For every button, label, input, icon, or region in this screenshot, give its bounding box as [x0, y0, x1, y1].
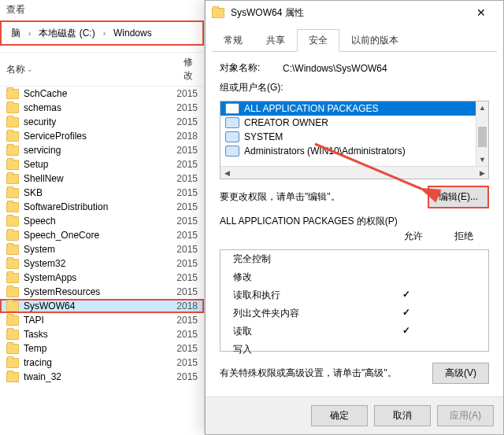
edit-button[interactable]: 编辑(E)...: [428, 186, 489, 208]
scroll-down-icon[interactable]: ▼: [476, 153, 488, 166]
folder-icon: [6, 358, 19, 368]
folder-date: 2015: [171, 173, 198, 184]
column-header-name[interactable]: 名称⌄: [0, 53, 177, 86]
folder-row[interactable]: twain_322015: [0, 370, 204, 384]
scrollbar-horizontal[interactable]: ◀ ▶: [220, 166, 488, 179]
folder-date: 2015: [171, 230, 198, 241]
folder-row[interactable]: SystemApps2015: [0, 271, 204, 285]
folder-row[interactable]: Speech_OneCore2015: [0, 228, 204, 242]
folder-row[interactable]: TAPI2015: [0, 313, 204, 327]
scrollbar-vertical[interactable]: ▲ ▼: [476, 101, 488, 166]
group-name: ALL APPLICATION PACKAGES: [244, 103, 379, 114]
folder-date: 2015: [171, 201, 198, 212]
folder-name: schemas: [24, 102, 171, 113]
folder-icon: [6, 89, 19, 99]
explorer-ribbon-tab[interactable]: 查看: [0, 0, 204, 20]
folder-icon: [6, 117, 19, 127]
folder-date: 2018: [171, 131, 198, 142]
chevron-right-icon: ›: [27, 29, 32, 38]
folder-date: 2015: [171, 371, 198, 382]
group-item[interactable]: CREATOR OWNER: [220, 116, 476, 130]
folder-icon: [6, 315, 19, 326]
folder-date: 2015: [171, 88, 198, 99]
folder-row[interactable]: schemas2015: [0, 101, 204, 115]
folder-row[interactable]: Setup2015: [0, 157, 204, 171]
folder-icon: [6, 103, 19, 113]
permissions-list: 完全控制修改读取和执行列出文件夹内容读取写入: [220, 249, 489, 352]
folder-icon: [6, 245, 19, 255]
scroll-left-icon[interactable]: ◀: [220, 167, 233, 179]
tab-共享[interactable]: 共享: [254, 29, 297, 52]
permissions-title: ALL APPLICATION PACKAGES 的权限(P): [220, 215, 489, 228]
folder-name: Tasks: [24, 329, 171, 340]
allow-check-icon: [381, 343, 432, 356]
folder-icon: [212, 8, 224, 18]
folder-icon: [6, 273, 19, 283]
folder-date: 2015: [171, 102, 198, 113]
scroll-thumb[interactable]: [478, 127, 487, 147]
folder-name: SystemResources: [24, 286, 171, 297]
groups-list[interactable]: ALL APPLICATION PACKAGESCREATOR OWNERSYS…: [220, 101, 489, 179]
tab-以前的版本[interactable]: 以前的版本: [339, 29, 410, 52]
folder-name: tracing: [24, 357, 171, 368]
group-name: Administrators (WIN10\Administrators): [244, 146, 406, 157]
folder-row[interactable]: SystemResources2015: [0, 285, 204, 299]
column-header-date[interactable]: 修改: [177, 53, 204, 86]
group-name: SYSTEM: [244, 131, 283, 142]
advanced-hint: 有关特殊权限或高级设置，请单击"高级"。: [220, 367, 423, 380]
folder-row[interactable]: Tasks2015: [0, 327, 204, 341]
folder-date: 2015: [171, 258, 198, 269]
folder-name: SchCache: [24, 88, 171, 99]
folder-icon: [6, 330, 19, 340]
folder-name: Temp: [24, 343, 171, 354]
folder-row[interactable]: ServiceProfiles2018: [0, 129, 204, 143]
permission-row: 读取和执行: [220, 286, 488, 304]
folder-row[interactable]: Temp2015: [0, 341, 204, 356]
folder-row[interactable]: SchCache2015: [0, 87, 204, 101]
cancel-button[interactable]: 取消: [374, 405, 431, 426]
folder-row[interactable]: SysWOW642018: [0, 299, 204, 313]
permission-name: 列出文件夹内容: [227, 307, 381, 320]
deny-check-icon: [432, 289, 482, 302]
advanced-button[interactable]: 高级(V): [432, 363, 489, 384]
folder-icon: [6, 131, 19, 142]
tab-常规[interactable]: 常规: [212, 29, 254, 52]
scroll-up-icon[interactable]: ▲: [476, 101, 488, 114]
breadcrumb-root[interactable]: 脑: [5, 24, 27, 42]
group-item[interactable]: ALL APPLICATION PACKAGES: [220, 101, 476, 116]
breadcrumb-folder[interactable]: Windows: [107, 25, 158, 41]
group-item[interactable]: SYSTEM: [220, 130, 476, 144]
folder-row[interactable]: System322015: [0, 256, 204, 271]
folder-name: System: [24, 244, 171, 255]
folder-row[interactable]: SoftwareDistribution2015: [0, 200, 204, 214]
group-item[interactable]: Administrators (WIN10\Administrators): [220, 144, 476, 158]
folder-row[interactable]: ShellNew2015: [0, 171, 204, 186]
permission-name: 完全控制: [227, 253, 381, 266]
file-explorer: 查看 脑 › 本地磁盘 (C:) › Windows 名称⌄ 修改 SchCac…: [0, 0, 205, 435]
dialog-buttons: 确定 取消 应用(A): [206, 396, 503, 434]
folder-row[interactable]: tracing2015: [0, 356, 204, 370]
folder-date: 2018: [171, 300, 198, 312]
security-tab-pane: 对象名称: C:\Windows\SysWOW64 组或用户名(G): ALL …: [212, 51, 497, 396]
breadcrumb[interactable]: 脑 › 本地磁盘 (C:) › Windows: [0, 20, 204, 46]
tab-安全[interactable]: 安全: [297, 29, 339, 52]
folder-icon: [6, 372, 19, 382]
folder-row[interactable]: SKB2015: [0, 186, 204, 200]
object-name-label: 对象名称:: [220, 61, 275, 75]
ok-button[interactable]: 确定: [311, 405, 368, 426]
deny-check-icon: [432, 325, 482, 338]
apply-button[interactable]: 应用(A): [437, 405, 494, 426]
close-button[interactable]: ✕: [465, 1, 497, 24]
folder-row[interactable]: servicing2015: [0, 143, 204, 157]
folder-row[interactable]: System2015: [0, 242, 204, 256]
folder-row[interactable]: Speech2015: [0, 214, 204, 228]
folder-list[interactable]: SchCache2015schemas2015security2015Servi…: [0, 87, 204, 425]
folder-icon: [6, 216, 19, 227]
chevron-down-icon: ⌄: [27, 65, 33, 73]
breadcrumb-disk[interactable]: 本地磁盘 (C:): [32, 24, 101, 42]
folder-name: security: [24, 116, 171, 127]
folder-icon: [6, 146, 19, 156]
permission-row: 写入: [220, 341, 488, 359]
scroll-right-icon[interactable]: ▶: [476, 167, 488, 179]
folder-row[interactable]: security2015: [0, 115, 204, 129]
